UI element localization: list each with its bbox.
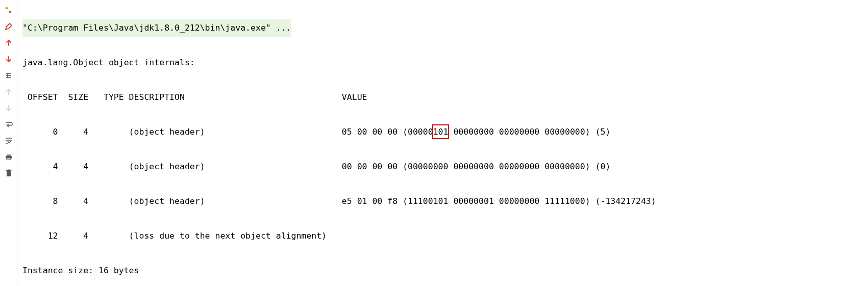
svg-rect-4	[7, 158, 11, 160]
scroll-to-end-icon[interactable]	[4, 136, 14, 146]
arrow-up-disabled-icon	[4, 87, 14, 97]
rerun-icon[interactable]	[4, 5, 14, 15]
section-title: java.lang.Object object internals:	[22, 54, 868, 71]
console-gutter	[0, 0, 17, 286]
svg-rect-7	[8, 170, 10, 171]
svg-rect-5	[7, 171, 11, 176]
highlight-box: 101	[432, 124, 450, 139]
svg-rect-3	[7, 154, 11, 156]
print-icon[interactable]	[4, 152, 14, 162]
frames-icon[interactable]	[4, 70, 14, 81]
svg-rect-6	[6, 170, 11, 171]
arrow-down-disabled-icon	[4, 103, 14, 113]
instance-size: Instance size: 16 bytes	[22, 262, 868, 279]
table-row: 12 4 (loss due to the next object alignm…	[22, 227, 868, 245]
table-row: 0 4 (object header) 05 00 00 00 (0000010…	[22, 123, 868, 141]
svg-point-1	[9, 11, 11, 13]
soft-wrap-icon[interactable]	[4, 119, 14, 129]
table-header: OFFSET SIZE TYPE DESCRIPTION VALUE	[22, 89, 868, 106]
arrow-down-icon[interactable]	[4, 54, 14, 64]
table-row: 8 4 (object header) e5 01 00 f8 (1110010…	[22, 193, 868, 210]
pencil-icon[interactable]	[4, 21, 14, 32]
arrow-up-icon[interactable]	[4, 38, 14, 48]
table-row: 4 4 (object header) 00 00 00 00 (0000000…	[22, 158, 868, 175]
command-line: "C:\Program Files\Java\jdk1.8.0_212\bin\…	[22, 19, 291, 37]
trash-icon[interactable]	[4, 168, 14, 178]
console-output[interactable]: "C:\Program Files\Java\jdk1.8.0_212\bin\…	[17, 0, 868, 286]
svg-point-0	[5, 7, 7, 9]
